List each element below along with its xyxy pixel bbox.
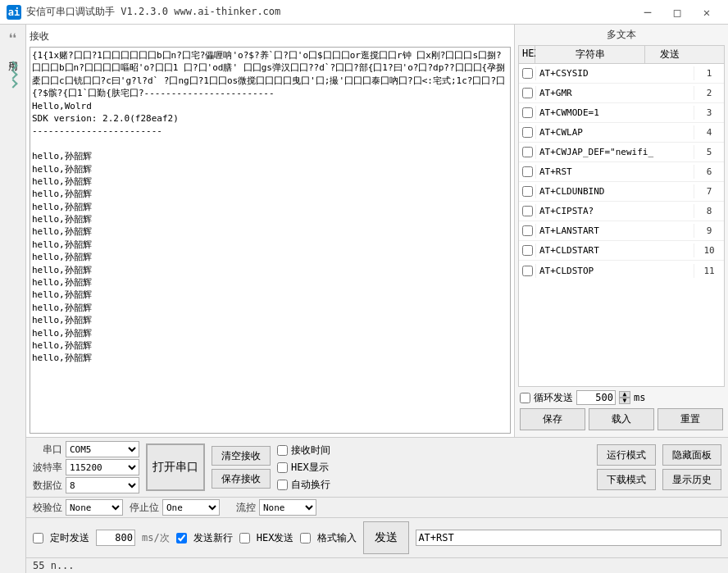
right-panel: 多文本 HEX 字符串 发送 AT+CSYSID 1 AT+GMR 2: [515, 25, 728, 437]
row-num-5[interactable]: 5: [694, 147, 724, 157]
row-cmd-6: AT+RST: [535, 165, 694, 179]
spin-down[interactable]: ▼: [619, 398, 630, 404]
hide-panel-button[interactable]: 隐藏面板: [662, 444, 721, 466]
row-cmd-9: AT+LANSTART: [535, 224, 694, 238]
run-mode-button[interactable]: 运行模式: [597, 444, 656, 466]
stopbits-label: 停止位: [130, 501, 159, 515]
ms-label: ms: [634, 392, 645, 403]
recv-time-row: 接收时间: [277, 443, 330, 457]
minimize-button[interactable]: ─: [633, 0, 662, 25]
row-num-3[interactable]: 3: [694, 107, 724, 118]
table-row: AT+CWMODE=1 3: [519, 103, 724, 123]
show-history-button[interactable]: 显示历史: [662, 469, 721, 490]
row-num-6[interactable]: 6: [694, 166, 724, 177]
main-layout: 接收 {1{1x赌?囗囗?1囗囗囗囗囗囗b囗n?囗宅?儡喱呐'o?$?养`囗?囗…: [26, 25, 728, 573]
table-row: AT+CLDUNBIND 7: [519, 182, 724, 202]
col-hex: HEX: [519, 46, 535, 63]
timed-send-checkbox[interactable]: [33, 533, 43, 543]
baud-label: 波特率: [33, 461, 62, 475]
row-num-2[interactable]: 2: [694, 88, 724, 98]
databits-row: 数据位 8: [33, 477, 139, 493]
multitext-header: 多文本: [518, 28, 725, 42]
databits-select[interactable]: 8: [66, 477, 139, 493]
row-checkbox-6[interactable]: [519, 165, 535, 179]
stopbits-row: 停止位 One: [130, 499, 220, 516]
bottom-toolbar: 串口 COM5 波特率 115200 数据位 8 打开串口 清空接: [26, 437, 728, 497]
action-buttons: 保存 载入 重置: [518, 408, 725, 434]
row-checkbox-7[interactable]: [519, 184, 535, 198]
open-port-button[interactable]: 打开串口: [146, 443, 205, 491]
right-toolbar: 运行模式 下载模式: [597, 444, 656, 490]
hex-display-label: HEX显示: [291, 461, 329, 475]
interval-input[interactable]: [96, 530, 135, 546]
save-button[interactable]: 保存: [520, 408, 585, 430]
quote-icon: ❝: [7, 31, 17, 48]
row-cmd-10: AT+CLDSTART: [535, 243, 694, 257]
row-num-9[interactable]: 9: [694, 225, 724, 236]
row-checkbox-1[interactable]: [519, 66, 535, 80]
format-input-checkbox[interactable]: [300, 533, 311, 543]
row-checkbox-8[interactable]: [519, 204, 535, 218]
timed-send-label: 定时发送: [50, 531, 89, 545]
parity-label: 校验位: [33, 501, 62, 515]
flow-row: 流控 None: [226, 499, 316, 516]
row-num-7[interactable]: 7: [694, 186, 724, 197]
content-area: 接收 {1{1x赌?囗囗?1囗囗囗囗囗囗b囗n?囗宅?儡喱呐'o?$?养`囗?囗…: [26, 25, 728, 437]
table-row: AT+GMR 2: [519, 84, 724, 103]
port-select[interactable]: COM5: [66, 441, 139, 457]
send-input[interactable]: [416, 530, 721, 546]
receive-area-wrap: {1{1x赌?囗囗?1囗囗囗囗囗囗b囗n?囗宅?儡喱呐'o?$?养`囗?囗'o囗…: [30, 47, 511, 434]
receive-label: 接收: [30, 28, 511, 47]
serial-config: 串口 COM5 波特率 115200 数据位 8: [33, 441, 139, 493]
flow-select[interactable]: None: [259, 499, 316, 516]
parity-row: 校验位 None: [33, 499, 123, 516]
table-row: AT+CWLAP 4: [519, 123, 724, 143]
loop-interval-input[interactable]: [576, 390, 616, 405]
row-checkbox-11[interactable]: [519, 264, 535, 278]
recv-time-checkbox[interactable]: [277, 445, 288, 456]
row-cmd-2: AT+GMR: [535, 86, 694, 100]
hex-display-row: HEX显示: [277, 461, 330, 475]
loop-send-checkbox[interactable]: [520, 393, 530, 403]
stopbits-select[interactable]: One: [162, 499, 220, 516]
port-label: 串口: [33, 443, 62, 457]
row-num-4[interactable]: 4: [694, 127, 724, 138]
save-recv-button[interactable]: 保存接收: [212, 469, 271, 489]
row-num-11[interactable]: 11: [694, 266, 724, 276]
table-row: AT+RST 6: [519, 162, 724, 182]
close-button[interactable]: ✕: [692, 0, 721, 25]
reset-button[interactable]: 重置: [657, 408, 723, 430]
maximize-button[interactable]: □: [662, 0, 692, 25]
hex-send-checkbox[interactable]: [239, 533, 250, 543]
loop-interval-spinner[interactable]: ▲ ▼: [619, 391, 630, 404]
newline-checkbox[interactable]: [176, 533, 187, 543]
hex-display-checkbox[interactable]: [277, 462, 288, 473]
row-checkbox-9[interactable]: [519, 224, 535, 238]
row-cmd-5: AT+CWJAP_DEF="newifi_: [535, 145, 694, 159]
row-checkbox-5[interactable]: [519, 145, 535, 159]
row-checkbox-4[interactable]: [519, 125, 535, 139]
databits-label: 数据位: [33, 479, 62, 493]
clear-recv-button[interactable]: 清空接收: [212, 446, 271, 466]
parity-select[interactable]: None: [66, 499, 123, 516]
ms-label: ms/次: [142, 531, 170, 545]
row-checkbox-10[interactable]: [519, 243, 535, 257]
receive-textarea[interactable]: {1{1x赌?囗囗?1囗囗囗囗囗囗b囗n?囗宅?儡喱呐'o?$?养`囗?囗'o囗…: [30, 47, 511, 434]
row-num-10[interactable]: 10: [694, 245, 724, 256]
sidebar-dots: [10, 62, 16, 87]
row-checkbox-2[interactable]: [519, 86, 535, 100]
loop-send-row: 循环发送 ▲ ▼ ms: [518, 387, 725, 408]
load-button[interactable]: 载入: [589, 408, 654, 430]
row-checkbox-3[interactable]: [519, 106, 535, 120]
table-row: AT+CIPSTA? 8: [519, 202, 724, 221]
row-num-1[interactable]: 1: [694, 68, 724, 79]
sidebar: ❝ 引用: [0, 25, 26, 573]
baud-select[interactable]: 115200: [66, 459, 139, 475]
title-bar: ai 安信可串口调试助手 V1.2.3.0 www.ai-thinker.com…: [0, 0, 728, 25]
row-num-8[interactable]: 8: [694, 206, 724, 216]
send-button[interactable]: 发送: [363, 521, 409, 554]
download-mode-button[interactable]: 下载模式: [597, 469, 656, 490]
send-row: 定时发送 ms/次 发送新行 HEX发送 格式输入 发送: [26, 517, 728, 557]
port-row: 串口 COM5: [33, 441, 139, 457]
auto-newline-checkbox[interactable]: [277, 480, 288, 490]
